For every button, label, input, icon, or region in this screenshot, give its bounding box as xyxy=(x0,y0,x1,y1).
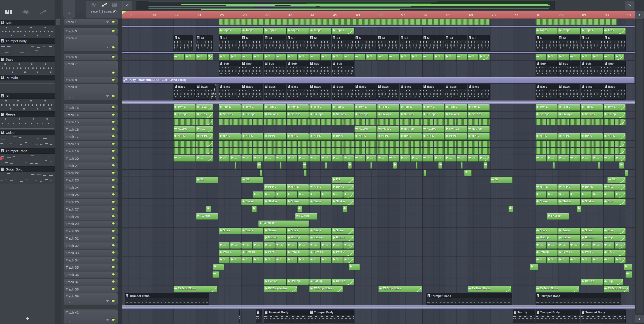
mute-led[interactable] xyxy=(111,157,115,160)
clip-strip[interactable] xyxy=(558,119,569,125)
clip-fill[interactable]: Fill xyxy=(490,177,512,183)
clip-s-[interactable]: S.. xyxy=(581,257,592,263)
clip-s-[interactable]: S.. xyxy=(219,54,230,60)
clip-s-[interactable]: S.. xyxy=(354,54,366,60)
clip-strip[interactable] xyxy=(321,148,332,154)
collapse-arrow-icon[interactable] xyxy=(106,21,109,23)
clip-st[interactable]: ST xyxy=(241,35,264,51)
clip-bass[interactable]: Bass xyxy=(219,84,241,100)
clip-strip[interactable] xyxy=(230,148,241,154)
clip--[interactable]: .. xyxy=(592,192,603,198)
clip-perc-01[interactable]: Perc 01 xyxy=(581,250,603,256)
clip-strip[interactable] xyxy=(615,119,626,125)
clip-strip[interactable] xyxy=(275,141,286,147)
clip-snare[interactable]: Snare xyxy=(332,228,354,234)
playlist-track-lane[interactable]: .................................. xyxy=(122,191,634,199)
clip-hpps[interactable]: HPPS xyxy=(354,133,376,140)
mute-led[interactable] xyxy=(111,94,115,98)
clip--y[interactable]: ..y xyxy=(332,155,343,162)
clip-tiny[interactable] xyxy=(619,162,624,169)
pattern-item-guitar-solo[interactable]: Guitar Solo xyxy=(0,166,55,184)
clip--[interactable]: .. xyxy=(287,192,298,198)
clip-strip[interactable] xyxy=(536,19,617,25)
clip-st[interactable]: ST xyxy=(581,35,603,51)
clip-strip[interactable] xyxy=(479,141,490,147)
clip-s-[interactable]: S.. xyxy=(456,54,467,60)
clip-sub[interactable]: Sub xyxy=(309,61,332,76)
clip--[interactable]: .. xyxy=(275,192,286,198)
clip-st[interactable]: ST xyxy=(219,35,241,51)
clip-strip[interactable] xyxy=(604,119,614,125)
mute-led[interactable] xyxy=(111,318,115,321)
clip-s-[interactable]: S.. xyxy=(377,54,388,60)
clip-hpp-l[interactable]: HPP L xyxy=(287,184,309,191)
clip-tiny[interactable] xyxy=(624,264,632,270)
track-header-track-33[interactable]: Track 33 xyxy=(64,249,118,257)
clip-trumpet-body[interactable]: Trumpet Body xyxy=(536,310,580,323)
playlist-track-lane[interactable] xyxy=(122,206,634,213)
clip-strip[interactable] xyxy=(309,141,320,147)
track-header-track-19[interactable]: Track 19 xyxy=(64,148,118,155)
clip--y[interactable]: ..y xyxy=(604,155,614,162)
clip--y[interactable]: ..y xyxy=(434,155,445,162)
automation-separator-clip[interactable] xyxy=(122,26,634,27)
clip-fx-eep[interactable]: FX..eep xyxy=(196,213,218,220)
pattern-item-header[interactable]: PL Main xyxy=(0,75,55,80)
clip-s-[interactable]: S.. xyxy=(264,257,275,263)
add-track-tab[interactable]: + xyxy=(63,0,75,19)
clip-hpps[interactable]: HPPS xyxy=(287,133,309,140)
pattern-item-pl-main[interactable]: PL Main xyxy=(0,75,55,93)
clip-bass[interactable]: Bass xyxy=(604,84,626,100)
clip-tiny[interactable] xyxy=(349,264,360,270)
clip-strip[interactable] xyxy=(366,148,377,154)
clip-s-[interactable]: S.. xyxy=(388,54,399,60)
clip-strip[interactable] xyxy=(309,119,320,125)
picker-scrollbar[interactable]: I xyxy=(55,0,61,324)
link-icon[interactable] xyxy=(40,9,46,15)
clip-sub[interactable]: Sub xyxy=(558,61,580,76)
clip-tiny[interactable] xyxy=(260,170,262,176)
vertical-scrollbar[interactable] xyxy=(636,20,643,313)
clip-hat-op[interactable]: Hat..op xyxy=(332,235,354,241)
clip-tiny[interactable] xyxy=(626,272,632,278)
clip-no-top[interactable]: No..Top xyxy=(422,126,444,132)
clip--s[interactable]: ..S xyxy=(581,243,592,249)
track-header-track-6[interactable]: Track 6 xyxy=(64,54,118,60)
collapse-arrow-icon[interactable] xyxy=(106,47,109,48)
track-header-track-37[interactable]: Track 37 xyxy=(64,279,118,286)
clip-s-[interactable]: S.. xyxy=(185,54,196,60)
clip--[interactable]: .. xyxy=(321,192,332,198)
clip-no-top[interactable]: No..Top xyxy=(354,126,376,132)
clip-s-[interactable]: S.. xyxy=(366,54,377,60)
clip-bass[interactable]: Bass xyxy=(581,84,603,100)
clip-hpp-l[interactable]: HPP L xyxy=(309,184,332,191)
clip-st[interactable]: ST xyxy=(558,35,580,51)
clip-s-[interactable]: S.. xyxy=(615,54,624,60)
clip--y[interactable]: ..y xyxy=(615,155,626,162)
clip-bass[interactable]: Bass xyxy=(377,84,399,100)
clip-s-[interactable]: S.. xyxy=(332,54,343,60)
clip--s[interactable]: ..S xyxy=(241,243,252,249)
clip-s-[interactable]: S.. xyxy=(547,54,558,60)
clip-snare[interactable]: Snare xyxy=(581,228,603,234)
clip--s[interactable]: ..S xyxy=(219,243,230,249)
clip-st[interactable]: ST xyxy=(174,35,193,51)
clip-bass[interactable]: Bass xyxy=(468,84,490,100)
clip-hpps[interactable]: HPPS xyxy=(241,133,264,140)
clip-s-[interactable]: S.. xyxy=(309,54,320,60)
clip-tiny[interactable] xyxy=(530,264,538,270)
clip--y[interactable]: ..y xyxy=(298,155,309,162)
clip-topps[interactable]: Topps xyxy=(536,28,558,34)
clip-pat[interactable] xyxy=(256,310,262,323)
track-header-track-17[interactable]: Track 17 xyxy=(64,133,118,141)
clip-hat-op[interactable]: Hat..op xyxy=(581,235,603,241)
clip-st[interactable]: ST xyxy=(264,35,286,51)
clip-fill[interactable]: Fill xyxy=(332,177,354,183)
picker-resize-grip[interactable] xyxy=(55,308,61,315)
mute-led[interactable] xyxy=(111,142,115,145)
clip-hat-op[interactable]: Hat..op xyxy=(309,279,332,285)
clip--[interactable]: .. xyxy=(298,192,309,198)
track-header-track-38[interactable]: Track 38 xyxy=(64,286,118,293)
clip-s-[interactable]: S.. xyxy=(434,54,445,60)
clip--y[interactable]: ..y xyxy=(592,155,603,162)
